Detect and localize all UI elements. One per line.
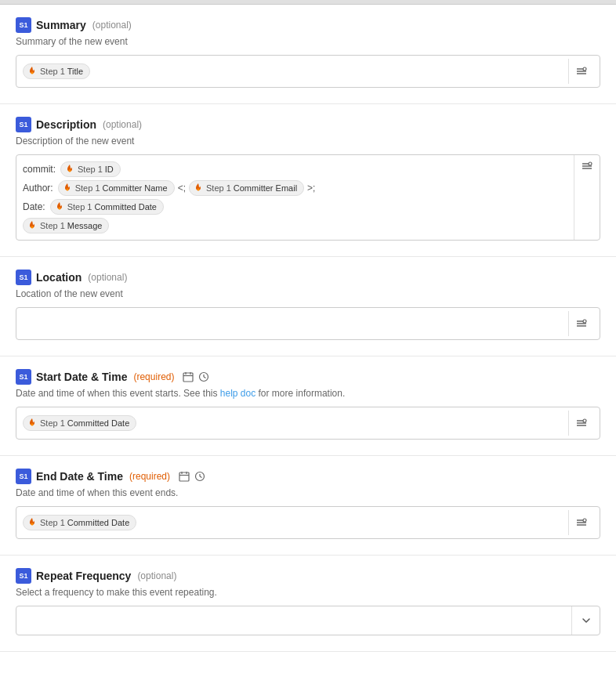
main-container: S1 Summary (optional) Summary of the new… [0,0,616,684]
end-date-section: S1 End Date & Time (required) [0,456,616,556]
end-date-title: End Date & Time [36,470,123,483]
summary-token-step: Step 1 [40,67,65,76]
description-input-wrapper: commit: Step 1 ID Author: [16,154,600,241]
start-date-action-button[interactable] [568,411,593,436]
menu-settings-icon-end [575,516,588,529]
location-badge: (optional) [88,272,127,283]
location-action-button[interactable] [568,311,593,336]
flame-icon-1 [64,164,75,175]
repeat-frequency-header: S1 Repeat Frequency (optional) [16,568,600,584]
start-date-badge: (required) [133,371,174,382]
end-date-header: S1 End Date & Time (required) [16,469,600,484]
summary-input-row: Step 1 Title [16,55,600,88]
end-date-token[interactable]: Step 1 Committed Date [23,515,136,530]
summary-description: Summary of the new event [16,36,600,47]
committed-date-token-desc[interactable]: Step 1 Committed Date [50,199,164,215]
clock-icon [197,371,210,383]
summary-token-label: Title [67,67,83,76]
end-date-action-button[interactable] [568,510,593,535]
location-section: S1 Location (optional) Location of the n… [0,257,616,356]
flame-icon [27,66,38,77]
repeat-frequency-section: S1 Repeat Frequency (optional) Select a … [0,556,616,652]
start-date-token[interactable]: Step 1 Committed Date [23,415,136,431]
svg-rect-23 [179,472,189,481]
description-icon: S1 [16,117,31,132]
svg-line-29 [200,476,202,478]
location-title: Location [36,271,82,284]
desc-line-date: Date: Step 1 Committed Date [23,199,567,215]
commit-id-token[interactable]: Step 1 ID [60,161,121,177]
end-date-description: Date and time of when this event ends. [16,487,600,498]
location-icon: S1 [16,270,31,285]
committer-name-token[interactable]: Step 1 Committer Name [58,180,175,196]
location-description: Location of the new event [16,288,600,299]
svg-line-18 [204,377,206,378]
end-calendar-icon [178,470,190,483]
author-label: Author: [23,183,53,194]
message-token[interactable]: Step 1 Message [23,218,109,233]
repeat-frequency-dropdown[interactable] [16,606,600,635]
committer-email-token[interactable]: Step 1 Committer Email [189,180,304,196]
menu-settings-icon-start [575,417,588,429]
start-date-header-icons [182,371,210,383]
description-action-button[interactable] [574,155,600,240]
commit-label: commit: [23,164,56,175]
start-date-header: S1 Start Date & Time (required) [16,369,600,385]
svg-point-11 [583,320,586,323]
flame-icon-4 [54,201,65,212]
flame-icon-start [27,418,38,429]
chevron-down-icon [582,616,591,625]
date-label: Date: [23,201,45,212]
summary-token[interactable]: Step 1 Title [23,63,90,79]
summary-section: S1 Summary (optional) Summary of the new… [0,5,616,104]
flame-icon-end [27,517,38,528]
start-date-description: Date and time of when this event starts.… [16,388,600,399]
menu-settings-icon-loc [575,317,588,330]
menu-settings-icon-desc [581,160,593,172]
repeat-frequency-badge: (optional) [137,570,176,581]
gt-separator: >; [307,183,315,194]
description-section: S1 Description (optional) Description of… [0,104,616,257]
repeat-frequency-icon: S1 [16,568,31,584]
lt-separator: <; [178,183,186,194]
location-header: S1 Location (optional) [16,270,600,285]
end-date-input-content: Step 1 Committed Date [23,515,568,530]
flame-icon-5 [27,220,38,231]
svg-point-3 [583,67,586,71]
description-desc: Description of the new event [16,136,600,147]
menu-settings-icon [575,65,588,78]
repeat-frequency-description: Select a frequency to make this event re… [16,587,600,598]
summary-title: Summary [36,19,86,31]
help-doc-link[interactable]: help doc [220,388,255,399]
summary-input-content: Step 1 Title [23,63,568,79]
end-date-badge: (required) [129,471,170,482]
end-clock-icon [194,470,206,483]
start-date-input-row: Step 1 Committed Date [16,407,600,440]
desc-line-message: Step 1 Message [23,218,567,233]
svg-point-7 [589,162,592,165]
dropdown-chevron[interactable] [571,606,600,635]
summary-badge: (optional) [92,20,132,31]
repeat-frequency-dropdown-content [16,617,571,624]
desc-line-author: Author: Step 1 Committer Name <; [23,180,567,196]
start-date-title: Start Date & Time [36,371,127,383]
location-input-row [16,307,600,340]
summary-action-button[interactable] [568,59,593,84]
end-date-icon: S1 [16,469,31,484]
flame-icon-3 [193,183,204,194]
start-date-section: S1 Start Date & Time (required) [0,356,616,456]
description-content: commit: Step 1 ID Author: [16,155,574,240]
end-date-input-row: Step 1 Committed Date [16,506,600,539]
start-date-input-content: Step 1 Committed Date [23,415,568,431]
description-badge: (optional) [103,119,142,130]
repeat-frequency-title: Repeat Frequency [36,570,131,582]
start-date-icon: S1 [16,369,31,385]
svg-point-33 [583,519,586,522]
summary-header: S1 Summary (optional) [16,17,600,33]
desc-line-commit: commit: Step 1 ID [23,161,567,177]
description-header: S1 Description (optional) [16,117,600,132]
description-title: Description [36,118,96,131]
flame-icon-2 [62,183,73,194]
calendar-icon [182,371,194,383]
svg-point-22 [583,419,586,422]
